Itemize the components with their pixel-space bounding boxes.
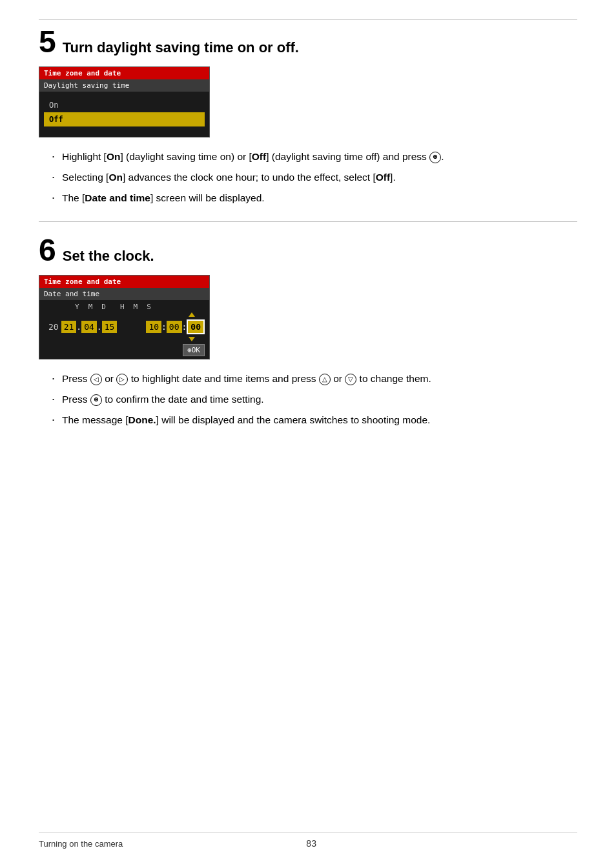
up-icon: △ [319,374,331,385]
arrow-down-icon [189,337,195,341]
step-6: 6 Set the clock. Time zone and date Date… [39,235,577,428]
label-h: H [120,303,125,311]
screen1-subheader: Daylight saving time [39,79,209,92]
year-suffix: 21 [61,321,77,333]
second: 00 [187,319,205,334]
screen1-header: Time zone and date [39,67,209,79]
date-time-screen: Time zone and date Date and time Y M D H… [39,275,210,359]
left-icon: ◁ [90,374,102,385]
step-5-number: 5 [39,26,56,57]
arrow-up-icon [189,312,195,317]
label-m2: M [134,303,138,311]
step-5-bullets: Highlight [On] (daylight saving time on)… [52,149,577,206]
screen1-body: On Off [39,92,209,137]
bullet-5-2: Selecting [On] advances the clock one ho… [52,170,577,185]
down-icon: ▽ [345,374,356,385]
step-6-bullets: Press ◁ or ▷ to highlight date and time … [52,371,577,428]
step-6-title: Set the clock. [63,248,154,265]
right-icon: ▷ [116,374,128,385]
ok-button[interactable]: ⊛OK [183,344,205,356]
label-y: Y [75,303,79,311]
daylight-saving-screen: Time zone and date Daylight saving time … [39,66,210,137]
year-prefix: 20 [46,321,61,333]
ok-icon-2: ⊛ [90,394,102,406]
day: 15 [102,321,118,333]
bullet-6-3: The message [Done.] will be displayed an… [52,412,577,428]
bullet-6-1: Press ◁ or ▷ to highlight date and time … [52,371,577,387]
step-5-header: 5 Turn daylight saving time on or off. [39,26,577,57]
step-5: 5 Turn daylight saving time on or off. T… [39,26,577,206]
ok-row: ⊛OK [39,341,209,359]
divider [39,221,577,222]
sep3: : [161,322,167,332]
screen2-header: Time zone and date [39,276,209,288]
step-5-title: Turn daylight saving time on or off. [63,39,299,56]
date-labels: Y M D H M S [39,300,209,312]
footer-page: 83 [123,838,500,849]
month: 04 [81,321,97,333]
sep1: . [76,322,81,332]
option-off: Off [44,112,205,126]
hour: 10 [146,321,161,333]
arrow-down-row [39,336,209,341]
label-d: D [101,303,106,311]
step-6-number: 6 [39,235,56,266]
step-6-header: 6 Set the clock. [39,235,577,266]
date-row: 2021 . 04 . 15 10 : 00 : 00 [39,318,209,336]
bullet-5-1: Highlight [On] (daylight saving time on)… [52,149,577,165]
screen2-subheader: Date and time [39,288,209,300]
ok-icon-1: ⊛ [429,152,441,163]
top-border [39,19,577,20]
footer-left: Turning on the camera [39,839,123,849]
minute: 00 [167,321,182,333]
sep2: . [97,322,102,332]
page-footer: Turning on the camera 83 [39,833,577,849]
label-m1: M [88,303,93,311]
option-on: On [44,98,205,112]
bullet-6-2: Press ⊛ to confirm the date and time set… [52,392,577,407]
bullet-5-3: The [Date and time] screen will be displ… [52,190,577,206]
sep4: : [182,322,187,332]
arrow-up-row [39,312,209,318]
label-s: S [147,303,151,311]
